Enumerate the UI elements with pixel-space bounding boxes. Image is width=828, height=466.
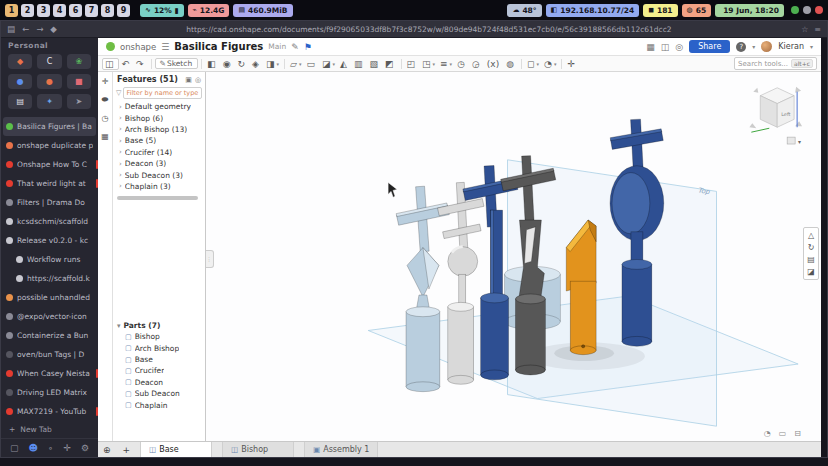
mirror-icon[interactable]: ◰ bbox=[405, 59, 420, 69]
loft-icon[interactable]: ◈ bbox=[250, 59, 263, 69]
feature-folder-row[interactable]: › Default geometry bbox=[113, 101, 205, 112]
tray-icon[interactable] bbox=[803, 6, 811, 14]
record-icon[interactable]: ◔ bbox=[764, 429, 771, 438]
perspective-icon[interactable]: ⊟ bbox=[794, 429, 801, 438]
part-row[interactable]: ▢ Base bbox=[113, 354, 205, 365]
pattern-icon[interactable]: ◩ bbox=[383, 59, 398, 69]
thicken-icon[interactable]: ◨ ▾ bbox=[264, 59, 281, 69]
browser-tab[interactable]: @expo/vector-icon bbox=[1, 307, 98, 326]
undo-icon[interactable]: ↶ bbox=[120, 59, 134, 69]
browser-tab[interactable]: https://scaffold.k bbox=[1, 269, 98, 288]
speed-dial-tile[interactable]: ■ bbox=[67, 74, 91, 89]
help-button[interactable]: ? bbox=[736, 42, 746, 52]
feature-filter-input[interactable]: Filter by name or type bbox=[123, 87, 202, 99]
redo-icon[interactable]: ↷ bbox=[134, 59, 148, 69]
feature-filter-settings-icon[interactable]: ◎ bbox=[195, 76, 201, 84]
browser-tab[interactable]: kcsdschmi/scaffold bbox=[1, 212, 98, 231]
shield-icon[interactable]: ◆ bbox=[50, 24, 57, 34]
workspace-version-label[interactable]: Main bbox=[268, 42, 286, 51]
chevron-down-icon[interactable]: ▾ bbox=[810, 43, 813, 50]
browser-tab[interactable]: That weird light at bbox=[1, 174, 98, 193]
sketch-button[interactable]: ✎ Sketch bbox=[155, 58, 199, 69]
measure-icon[interactable]: ◻ ▾ bbox=[525, 59, 541, 69]
chevron-right-icon[interactable]: › bbox=[119, 182, 122, 190]
modify-icon[interactable]: ◶ bbox=[470, 59, 484, 69]
mass-props-icon[interactable]: ◔ ▾ bbox=[542, 59, 558, 69]
frames-icon[interactable]: ◍ bbox=[504, 59, 518, 69]
parts-section-header[interactable]: ▾ Parts (7) bbox=[113, 320, 205, 331]
library-icon[interactable]: ▤ bbox=[7, 24, 15, 34]
globe-icon[interactable]: ◎ bbox=[675, 42, 683, 52]
chevron-right-icon[interactable]: › bbox=[119, 148, 122, 156]
feature-folder-row[interactable]: › Arch Bishop (13) bbox=[113, 124, 205, 135]
element-tab[interactable]: ◫ Bishop bbox=[222, 442, 294, 457]
speed-dial-tile[interactable]: ● bbox=[8, 74, 32, 89]
speed-dial-tile[interactable]: ❀ bbox=[67, 54, 91, 69]
element-tab[interactable]: ▣ Assembly 1 bbox=[304, 442, 378, 457]
horizontal-scrollbar[interactable] bbox=[117, 196, 198, 200]
sweep-icon[interactable]: ↻ bbox=[236, 59, 250, 69]
app-grid-icon[interactable]: ▦ bbox=[646, 42, 655, 52]
speed-dial-tile[interactable]: ▤ bbox=[8, 94, 32, 109]
feature-folder-row[interactable]: › Base (5) bbox=[113, 135, 205, 146]
transform-icon[interactable]: ◷ bbox=[455, 59, 469, 69]
browser-tab[interactable]: Workflow runs bbox=[1, 250, 98, 269]
view-cube[interactable]: Left bbox=[749, 87, 802, 132]
view-cube-menu[interactable]: ▾ bbox=[787, 137, 801, 145]
element-tab[interactable]: ◫ Base bbox=[140, 442, 212, 457]
browser-tab[interactable]: onshape duplicate p bbox=[1, 136, 98, 155]
manage-tabs-icon[interactable]: ⊕ bbox=[103, 445, 111, 455]
workspace-button[interactable]: 1 bbox=[5, 4, 18, 17]
add-tab-button[interactable]: + bbox=[123, 445, 131, 455]
rib-icon[interactable]: ▧ bbox=[367, 59, 382, 69]
workspace-button[interactable]: 3 bbox=[37, 4, 50, 17]
feature-folder-row[interactable]: › Deacon (3) bbox=[113, 158, 205, 169]
trash-icon[interactable]: ▢ bbox=[10, 443, 19, 453]
chamfer-icon[interactable]: ▭ bbox=[305, 59, 320, 69]
sync-icon[interactable]: ∘ bbox=[48, 443, 54, 453]
new-tab-button[interactable]: + New Tab bbox=[1, 420, 98, 438]
speed-dial-tile[interactable]: ➤ bbox=[67, 94, 91, 109]
part-row[interactable]: ▢ Bishop bbox=[113, 331, 205, 342]
feature-folder-row[interactable]: › Crucifer (14) bbox=[113, 147, 205, 158]
chevron-right-icon[interactable]: › bbox=[119, 103, 122, 111]
browser-tab[interactable]: oven/bun Tags | D bbox=[1, 345, 98, 364]
menu-icon[interactable]: ≡ bbox=[814, 25, 821, 34]
browser-tab[interactable]: Onshape How To C bbox=[1, 155, 98, 174]
workspace-button[interactable]: 2 bbox=[21, 4, 34, 17]
chevron-right-icon[interactable]: › bbox=[119, 160, 122, 168]
named-views-icon[interactable]: ◪ bbox=[807, 267, 815, 276]
appearance-icon[interactable]: ▭ bbox=[779, 429, 787, 438]
hamburger-menu-icon[interactable]: ☰ bbox=[161, 42, 169, 52]
chevron-down-icon[interactable]: ▾ bbox=[752, 43, 755, 50]
panel-toggle-icon[interactable]: ◫ bbox=[102, 58, 119, 70]
browser-tab[interactable]: MAX7219 - YouTub bbox=[1, 402, 98, 421]
copy-workspace-icon[interactable]: ◫ bbox=[661, 42, 670, 52]
workspace-button[interactable]: 6 bbox=[69, 4, 82, 17]
feature-folder-row[interactable]: › Bishop (6) bbox=[113, 112, 205, 123]
workspace-button[interactable]: 9 bbox=[117, 4, 130, 17]
panel-pin-icon[interactable]: ▣ bbox=[185, 76, 192, 84]
back-icon[interactable]: ← bbox=[22, 24, 29, 34]
part-row[interactable]: ▢ Arch Bishop bbox=[113, 343, 205, 354]
fillet-icon[interactable]: ▱ ▾ bbox=[288, 59, 303, 69]
tray-icon[interactable] bbox=[791, 6, 799, 14]
split-icon[interactable]: ≡ ▾ bbox=[438, 59, 454, 69]
view-rotate-icon[interactable]: ↻ bbox=[808, 243, 815, 252]
origin-snap-icon[interactable]: ✛ bbox=[565, 59, 579, 69]
browser-tab[interactable]: Basilica Figures | Ba bbox=[3, 117, 96, 136]
url-text[interactable]: https://cad.onshape.com/documents/f9f290… bbox=[63, 25, 795, 34]
shell-icon[interactable]: ◭ bbox=[338, 59, 351, 69]
browser-tab[interactable]: Filters | Drama Do bbox=[1, 193, 98, 212]
part-row[interactable]: ▢ Deacon bbox=[113, 377, 205, 388]
history-icon[interactable]: ◷ bbox=[102, 114, 109, 123]
section-view-icon[interactable]: ▤ bbox=[807, 255, 815, 264]
chevron-right-icon[interactable]: › bbox=[119, 171, 122, 179]
hole-icon[interactable]: ▥ bbox=[352, 59, 367, 69]
browser-tab[interactable]: possible unhandled bbox=[1, 288, 98, 307]
part-crucifer-steel[interactable] bbox=[396, 186, 449, 391]
fit-view-icon[interactable]: △ bbox=[808, 231, 814, 240]
bom-table-icon[interactable]: ▦ bbox=[101, 132, 109, 141]
search-tools-input[interactable]: Search tools... alt+c bbox=[734, 57, 817, 70]
variable-icon[interactable]: (x) bbox=[485, 59, 503, 69]
